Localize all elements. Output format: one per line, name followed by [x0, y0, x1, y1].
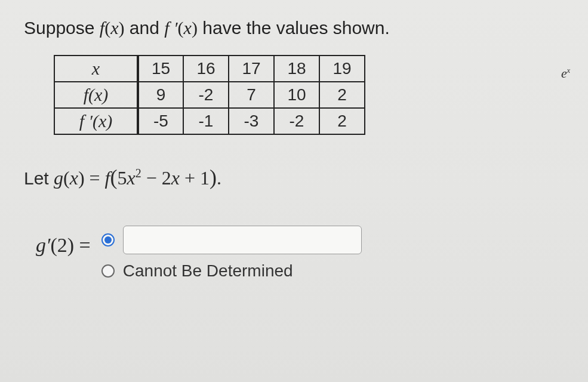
answer-area: g′(2) = Cannot Be Determined [36, 226, 564, 281]
fprime-symbol: f ′ [164, 18, 177, 38]
radio-cbd-option[interactable] [101, 264, 115, 278]
let-statement: Let g(x) = f(5x2 − 2x + 1). [24, 165, 564, 190]
corner-marker: ex [561, 66, 570, 81]
and-text: and [124, 18, 164, 38]
paren-open-2: ( [178, 18, 184, 38]
x-symbol-2: x [184, 18, 192, 38]
paren: ) [78, 167, 85, 189]
cell: 16 [183, 56, 229, 82]
values-table: x 15 16 17 18 19 f(x) 9 -2 7 10 2 f ′(x)… [54, 55, 365, 135]
let-prefix: Let [24, 168, 54, 188]
rest: − 2 [141, 167, 171, 189]
cbd-label: Cannot Be Determined [123, 261, 293, 281]
period: . [217, 167, 221, 189]
option-input-row [101, 226, 362, 254]
option-cbd-row: Cannot Be Determined [101, 261, 362, 281]
cell: 2 [319, 108, 365, 134]
cell: 10 [274, 82, 319, 108]
x-sym: x [70, 167, 78, 189]
cell: 15 [138, 56, 183, 82]
answer-options: Cannot Be Determined [101, 226, 362, 281]
equals: = [85, 167, 105, 189]
cell: 17 [229, 56, 274, 82]
answer-input[interactable] [123, 226, 362, 254]
exponent: 2 [136, 167, 141, 180]
cell: 7 [229, 82, 274, 108]
g-symbol: g [54, 167, 63, 189]
five: 5 [118, 167, 127, 189]
g-sym: g [36, 234, 46, 256]
x-sym: x [171, 167, 180, 189]
big-paren-close: ) [210, 165, 217, 189]
cell: -1 [183, 108, 229, 134]
paren-open: ( [104, 18, 110, 38]
x-symbol: x [110, 18, 118, 38]
f-symbol: f [105, 167, 110, 189]
gprime-label: g′(2) = [36, 234, 91, 257]
header-x: x [54, 56, 138, 82]
cell: 2 [319, 82, 365, 108]
plus-one: + 1 [180, 167, 210, 189]
cell: -2 [183, 82, 229, 108]
cell: 18 [274, 56, 319, 82]
header-fx: f(x) [54, 82, 138, 108]
table-row: f(x) 9 -2 7 10 2 [54, 82, 365, 108]
cell: -5 [138, 108, 183, 134]
prompt-text: Suppose f(x) and f ′(x) have the values … [24, 18, 564, 38]
radio-input-option[interactable] [101, 233, 115, 247]
cell: -2 [274, 108, 319, 134]
cell: -3 [229, 108, 274, 134]
table-row: f ′(x) -5 -1 -3 -2 2 [54, 108, 365, 134]
big-paren-open: ( [110, 165, 118, 189]
paren-close: ) [118, 18, 124, 38]
table-row: x 15 16 17 18 19 [54, 56, 365, 82]
cell: 9 [138, 82, 183, 108]
prompt-suffix: have the values shown. [198, 18, 390, 38]
f-symbol: f [100, 18, 104, 38]
x-sym: x [127, 167, 136, 189]
arg: (2) = [50, 234, 90, 256]
paren-close-2: ) [192, 18, 198, 38]
paren: ( [63, 167, 70, 189]
cell: 19 [319, 56, 365, 82]
prompt-prefix: Suppose [24, 18, 100, 38]
header-fpx: f ′(x) [54, 108, 138, 134]
